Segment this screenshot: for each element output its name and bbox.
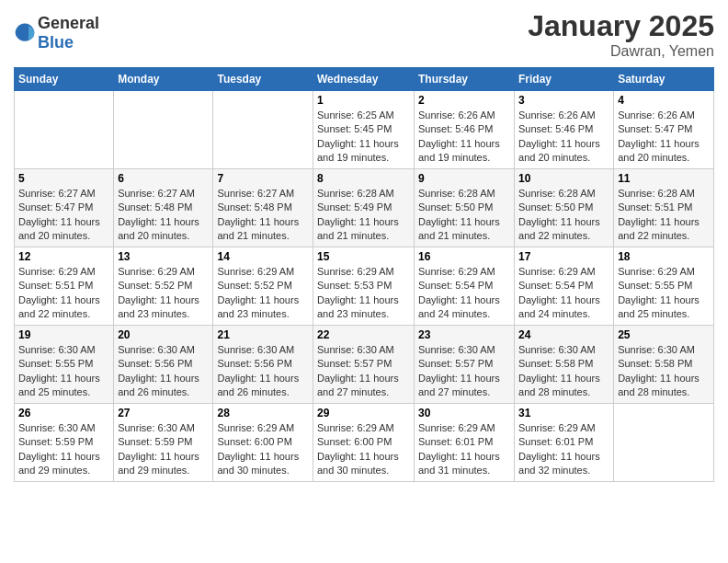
- calendar-cell: 8Sunrise: 6:28 AM Sunset: 5:49 PM Daylig…: [313, 169, 415, 247]
- day-info: Sunrise: 6:29 AM Sunset: 6:01 PM Dayligh…: [418, 421, 510, 478]
- day-info: Sunrise: 6:29 AM Sunset: 5:55 PM Dayligh…: [618, 265, 710, 322]
- day-number: 18: [618, 250, 710, 263]
- day-number: 1: [317, 94, 410, 107]
- day-info: Sunrise: 6:26 AM Sunset: 5:46 PM Dayligh…: [418, 109, 510, 166]
- day-info: Sunrise: 6:30 AM Sunset: 5:57 PM Dayligh…: [418, 343, 510, 400]
- calendar-cell: 9Sunrise: 6:28 AM Sunset: 5:50 PM Daylig…: [415, 169, 515, 247]
- day-number: 14: [217, 250, 309, 263]
- calendar-cell: 27Sunrise: 6:30 AM Sunset: 5:59 PM Dayli…: [114, 404, 213, 482]
- day-number: 13: [118, 250, 209, 263]
- day-number: 27: [118, 407, 209, 419]
- calendar-week-row-3: 12Sunrise: 6:29 AM Sunset: 5:51 PM Dayli…: [15, 247, 714, 326]
- calendar-cell: 14Sunrise: 6:29 AM Sunset: 5:52 PM Dayli…: [213, 247, 313, 326]
- calendar-cell: 1Sunrise: 6:25 AM Sunset: 5:45 PM Daylig…: [313, 91, 415, 169]
- day-number: 4: [618, 94, 710, 107]
- day-number: 8: [317, 172, 410, 185]
- calendar-cell: 13Sunrise: 6:29 AM Sunset: 5:52 PM Dayli…: [114, 247, 213, 326]
- day-info: Sunrise: 6:29 AM Sunset: 5:52 PM Dayligh…: [118, 265, 209, 322]
- day-info: Sunrise: 6:30 AM Sunset: 5:56 PM Dayligh…: [118, 343, 209, 400]
- day-info: Sunrise: 6:29 AM Sunset: 5:54 PM Dayligh…: [418, 265, 510, 322]
- calendar-cell: 10Sunrise: 6:28 AM Sunset: 5:50 PM Dayli…: [515, 169, 614, 247]
- month-title: January 2025: [528, 9, 714, 43]
- day-info: Sunrise: 6:30 AM Sunset: 5:59 PM Dayligh…: [18, 421, 109, 478]
- calendar-cell: [114, 91, 213, 169]
- day-info: Sunrise: 6:26 AM Sunset: 5:46 PM Dayligh…: [518, 109, 609, 166]
- calendar-cell: 15Sunrise: 6:29 AM Sunset: 5:53 PM Dayli…: [313, 247, 415, 326]
- day-number: 21: [217, 328, 309, 341]
- calendar-cell: 6Sunrise: 6:27 AM Sunset: 5:48 PM Daylig…: [114, 169, 213, 247]
- day-number: 24: [518, 328, 609, 341]
- title-block: January 2025 Dawran, Yemen: [528, 9, 714, 60]
- day-info: Sunrise: 6:30 AM Sunset: 5:56 PM Dayligh…: [217, 343, 309, 400]
- calendar-cell: [614, 404, 714, 482]
- day-number: 26: [18, 407, 109, 419]
- day-info: Sunrise: 6:29 AM Sunset: 6:01 PM Dayligh…: [518, 421, 609, 478]
- calendar-cell: [213, 91, 313, 169]
- calendar-cell: 30Sunrise: 6:29 AM Sunset: 6:01 PM Dayli…: [415, 404, 515, 482]
- calendar-cell: 19Sunrise: 6:30 AM Sunset: 5:55 PM Dayli…: [15, 326, 114, 404]
- calendar-cell: 12Sunrise: 6:29 AM Sunset: 5:51 PM Dayli…: [15, 247, 114, 326]
- day-info: Sunrise: 6:30 AM Sunset: 5:59 PM Dayligh…: [118, 421, 209, 478]
- day-info: Sunrise: 6:30 AM Sunset: 5:58 PM Dayligh…: [518, 343, 609, 400]
- calendar-cell: 18Sunrise: 6:29 AM Sunset: 5:55 PM Dayli…: [614, 247, 714, 326]
- calendar-cell: 2Sunrise: 6:26 AM Sunset: 5:46 PM Daylig…: [415, 91, 515, 169]
- day-info: Sunrise: 6:27 AM Sunset: 5:48 PM Dayligh…: [118, 187, 209, 244]
- day-info: Sunrise: 6:27 AM Sunset: 5:47 PM Dayligh…: [18, 187, 109, 244]
- page-container: General Blue January 2025 Dawran, Yemen …: [0, 0, 728, 491]
- calendar-cell: 3Sunrise: 6:26 AM Sunset: 5:46 PM Daylig…: [515, 91, 614, 169]
- calendar-cell: 25Sunrise: 6:30 AM Sunset: 5:58 PM Dayli…: [614, 326, 714, 404]
- day-number: 30: [418, 407, 510, 419]
- day-number: 9: [418, 172, 510, 185]
- day-number: 19: [18, 328, 109, 341]
- calendar-cell: 16Sunrise: 6:29 AM Sunset: 5:54 PM Dayli…: [415, 247, 515, 326]
- day-info: Sunrise: 6:29 AM Sunset: 5:54 PM Dayligh…: [518, 265, 609, 322]
- day-number: 7: [217, 172, 309, 185]
- logo-icon: [14, 22, 36, 44]
- header: General Blue January 2025 Dawran, Yemen: [14, 9, 714, 60]
- day-number: 2: [418, 94, 510, 107]
- day-info: Sunrise: 6:30 AM Sunset: 5:58 PM Dayligh…: [618, 343, 710, 400]
- calendar-week-row-5: 26Sunrise: 6:30 AM Sunset: 5:59 PM Dayli…: [15, 404, 714, 482]
- day-number: 31: [518, 407, 609, 419]
- calendar-table: Sunday Monday Tuesday Wednesday Thursday…: [14, 67, 714, 482]
- day-number: 20: [118, 328, 209, 341]
- calendar-cell: 17Sunrise: 6:29 AM Sunset: 5:54 PM Dayli…: [515, 247, 614, 326]
- day-number: 15: [317, 250, 410, 263]
- col-thursday: Thursday: [415, 68, 515, 91]
- day-info: Sunrise: 6:29 AM Sunset: 5:53 PM Dayligh…: [317, 265, 410, 322]
- day-info: Sunrise: 6:30 AM Sunset: 5:57 PM Dayligh…: [317, 343, 410, 400]
- day-number: 5: [18, 172, 109, 185]
- calendar-cell: 20Sunrise: 6:30 AM Sunset: 5:56 PM Dayli…: [114, 326, 213, 404]
- calendar-cell: 22Sunrise: 6:30 AM Sunset: 5:57 PM Dayli…: [313, 326, 415, 404]
- day-number: 28: [217, 407, 309, 419]
- col-sunday: Sunday: [15, 68, 114, 91]
- col-friday: Friday: [515, 68, 614, 91]
- calendar-cell: 7Sunrise: 6:27 AM Sunset: 5:48 PM Daylig…: [213, 169, 313, 247]
- calendar-cell: 31Sunrise: 6:29 AM Sunset: 6:01 PM Dayli…: [515, 404, 614, 482]
- col-monday: Monday: [114, 68, 213, 91]
- day-info: Sunrise: 6:28 AM Sunset: 5:50 PM Dayligh…: [518, 187, 609, 244]
- location: Dawran, Yemen: [528, 43, 714, 60]
- day-info: Sunrise: 6:28 AM Sunset: 5:49 PM Dayligh…: [317, 187, 410, 244]
- calendar-week-row-1: 1Sunrise: 6:25 AM Sunset: 5:45 PM Daylig…: [15, 91, 714, 169]
- day-info: Sunrise: 6:26 AM Sunset: 5:47 PM Dayligh…: [618, 109, 710, 166]
- day-number: 25: [618, 328, 710, 341]
- day-number: 16: [418, 250, 510, 263]
- calendar-cell: 21Sunrise: 6:30 AM Sunset: 5:56 PM Dayli…: [213, 326, 313, 404]
- calendar-cell: 24Sunrise: 6:30 AM Sunset: 5:58 PM Dayli…: [515, 326, 614, 404]
- day-number: 6: [118, 172, 209, 185]
- day-info: Sunrise: 6:29 AM Sunset: 6:00 PM Dayligh…: [217, 421, 309, 478]
- calendar-week-row-4: 19Sunrise: 6:30 AM Sunset: 5:55 PM Dayli…: [15, 326, 714, 404]
- day-number: 17: [518, 250, 609, 263]
- calendar-cell: 28Sunrise: 6:29 AM Sunset: 6:00 PM Dayli…: [213, 404, 313, 482]
- col-tuesday: Tuesday: [213, 68, 313, 91]
- day-info: Sunrise: 6:29 AM Sunset: 6:00 PM Dayligh…: [317, 421, 410, 478]
- day-info: Sunrise: 6:28 AM Sunset: 5:50 PM Dayligh…: [418, 187, 510, 244]
- calendar-cell: 29Sunrise: 6:29 AM Sunset: 6:00 PM Dayli…: [313, 404, 415, 482]
- calendar-cell: 5Sunrise: 6:27 AM Sunset: 5:47 PM Daylig…: [15, 169, 114, 247]
- calendar-cell: 26Sunrise: 6:30 AM Sunset: 5:59 PM Dayli…: [15, 404, 114, 482]
- day-info: Sunrise: 6:30 AM Sunset: 5:55 PM Dayligh…: [18, 343, 109, 400]
- logo: General Blue: [14, 14, 99, 52]
- col-saturday: Saturday: [614, 68, 714, 91]
- day-number: 12: [18, 250, 109, 263]
